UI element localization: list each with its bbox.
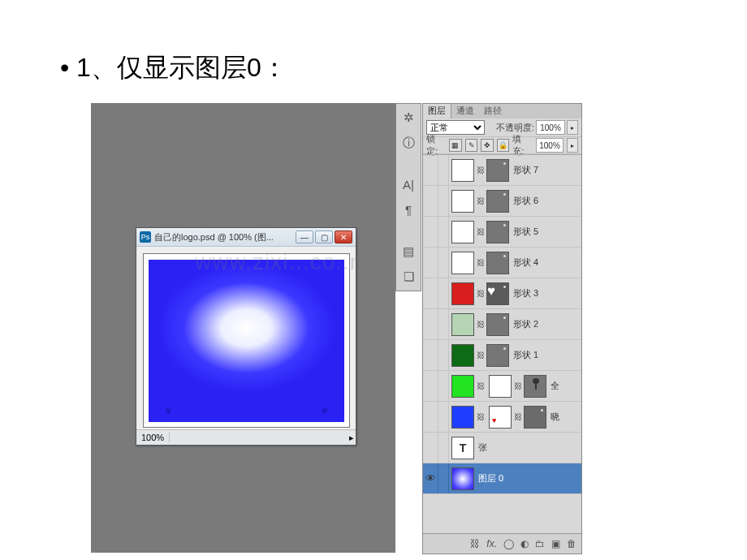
opacity-slider-button[interactable]: ▸ (567, 120, 578, 135)
layer-label: 形状 5 (513, 226, 538, 238)
panel-icon-b[interactable]: ❏ (399, 269, 417, 286)
opacity-field[interactable]: 100% (536, 120, 565, 135)
close-button[interactable]: ✕ (335, 230, 352, 243)
visibility-toggle[interactable] (423, 402, 438, 432)
layer-label: 形状 4 (513, 256, 538, 269)
lock-transparent-icon[interactable]: ▦ (449, 139, 462, 152)
visibility-toggle[interactable] (423, 278, 438, 308)
visibility-toggle[interactable] (423, 248, 438, 278)
collapsed-panel-strip: ✲ ⓘ A| ¶ ▤ ❏ (395, 103, 421, 291)
adjustment-layer-icon[interactable]: ◐ (520, 538, 529, 549)
fill-field[interactable]: 100% (536, 138, 564, 153)
ps-icon: Ps (140, 231, 151, 243)
layer-label: 图层 0 (478, 472, 503, 485)
character-icon[interactable]: A| (399, 176, 417, 193)
layer-quan[interactable]: ⛓ ⛓ 全 (423, 371, 581, 402)
zoom-value[interactable]: 100% (136, 433, 170, 442)
layer-thumbnail (451, 467, 474, 490)
maximize-button[interactable]: ▢ (315, 230, 333, 243)
layer-shape3[interactable]: ⛓ 形状 3 (423, 278, 581, 309)
layer-label: 形状 1 (513, 349, 538, 361)
visibility-toggle[interactable] (423, 217, 438, 247)
document-titlebar[interactable]: Ps 自己的logo.psd @ 100% (图... — ▢ ✕ (136, 228, 356, 247)
layer-label: 张 (478, 442, 487, 454)
layer-shape1[interactable]: ⛓ 形状 1 (423, 340, 581, 371)
delete-layer-icon[interactable]: 🗑 (567, 538, 576, 549)
group-icon[interactable]: 🗀 (535, 538, 545, 549)
new-layer-icon[interactable]: ▣ (551, 538, 560, 549)
layer-text-zhang[interactable]: T 张 (423, 433, 581, 463)
blend-opacity-row: 正常 不透明度: 100% ▸ (423, 118, 581, 137)
visibility-toggle[interactable] (423, 340, 438, 370)
canvas-frame: ♥ ♥ (143, 253, 350, 428)
layers-list: ⛓ 形状 7 ⛓ 形状 6 ⛓ 形状 5 ⛓ 形状 4 (423, 154, 581, 533)
lock-fill-row: 锁定: ▦ ✎ ✥ 🔒 填充: 100% ▸ (423, 137, 581, 154)
layer-style-icon[interactable]: fx. (486, 538, 497, 549)
info-icon[interactable]: ⓘ (399, 134, 417, 151)
paragraph-icon[interactable]: ¶ (399, 201, 417, 218)
lock-paint-icon[interactable]: ✎ (465, 139, 478, 152)
lock-all-icon[interactable]: 🔒 (497, 139, 510, 152)
chain-icon: ⛓ (477, 166, 485, 174)
link-layers-icon[interactable]: ⛓ (470, 538, 480, 549)
visibility-toggle[interactable] (423, 371, 438, 401)
layer-layer0[interactable]: 👁 图层 0 (423, 463, 581, 494)
panel-icon-a[interactable]: ▤ (399, 243, 417, 260)
layer-xiao[interactable]: ⛓ ♥ ⛓ 晓 (423, 402, 581, 433)
tab-channels[interactable]: 通道 (451, 104, 479, 118)
tab-layers[interactable]: 图层 (423, 104, 451, 118)
minimize-button[interactable]: — (296, 230, 313, 243)
layer-shape2[interactable]: ⛓ 形状 2 (423, 309, 581, 340)
layer-label: 形状 7 (513, 164, 538, 176)
slide-title: • 1、仅显示图层0： (60, 50, 287, 86)
layer-label: 全 (551, 380, 559, 392)
document-window[interactable]: Ps 自己的logo.psd @ 100% (图... — ▢ ✕ ♥ ♥ 10… (136, 227, 356, 446)
visibility-toggle[interactable]: 👁 (423, 463, 438, 493)
layer-label: 形状 3 (513, 287, 538, 299)
panel-tabs: 图层 通道 路径 (423, 104, 581, 118)
layer-shape4[interactable]: ⛓ 形状 4 (423, 248, 581, 278)
status-arrow-icon[interactable]: ▸ (348, 433, 356, 443)
opacity-label: 不透明度: (496, 122, 534, 134)
text-layer-icon: T (451, 437, 474, 459)
visibility-toggle[interactable] (423, 433, 438, 463)
navigator-icon[interactable]: ✲ (399, 109, 417, 126)
document-title: 自己的logo.psd @ 100% (图... (154, 231, 274, 243)
layer-label: 形状 6 (513, 195, 538, 207)
heart-decoration-icon: ♥ (165, 404, 171, 417)
layer-shape5[interactable]: ⛓ 形状 5 (423, 217, 581, 248)
layer-mask-icon[interactable]: ◯ (503, 538, 514, 549)
tab-paths[interactable]: 路径 (479, 104, 507, 118)
layers-panel-footer: ⛓ fx. ◯ ◐ 🗀 ▣ 🗑 (423, 533, 581, 554)
lock-move-icon[interactable]: ✥ (481, 139, 494, 152)
layers-panel: 图层 通道 路径 正常 不透明度: 100% ▸ 锁定: ▦ ✎ ✥ 🔒 填充:… (422, 103, 582, 554)
heart-decoration-icon: ♥ (322, 404, 328, 417)
visibility-toggle[interactable] (423, 186, 438, 216)
canvas[interactable]: ♥ ♥ (149, 260, 344, 422)
visibility-toggle[interactable] (423, 155, 438, 185)
visibility-toggle[interactable] (423, 309, 438, 339)
layer-shape7[interactable]: ⛓ 形状 7 (423, 155, 581, 186)
layer-label: 晓 (551, 411, 559, 423)
layer-label: 形状 2 (513, 318, 538, 330)
document-status-bar: 100% ▸ (136, 429, 356, 445)
layer-shape6[interactable]: ⛓ 形状 6 (423, 186, 581, 217)
fill-slider-button[interactable]: ▸ (567, 138, 578, 153)
